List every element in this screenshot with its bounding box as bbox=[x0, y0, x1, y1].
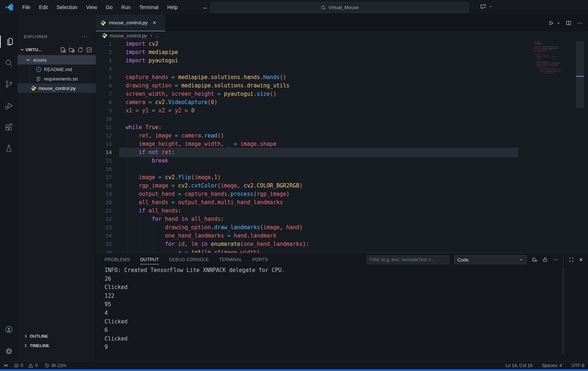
line-number: 8 bbox=[96, 98, 120, 107]
chevron-down-icon bbox=[20, 47, 25, 52]
line-number: 18 bbox=[96, 182, 120, 190]
panel-tab-debug-console[interactable]: DEBUG CONSOLE bbox=[169, 253, 209, 266]
history-clock-icon bbox=[44, 363, 49, 368]
sidebar-bottom-sections: OUTLINETIMELINE bbox=[17, 331, 96, 350]
menu-file[interactable]: File bbox=[19, 3, 34, 12]
warning-count: 0 bbox=[35, 363, 38, 368]
close-panel-icon[interactable]: × bbox=[579, 256, 583, 264]
code-editor[interactable]: 1import cv22import mediapipe3import pyau… bbox=[96, 40, 588, 253]
file-label: assets bbox=[33, 57, 47, 63]
panel-tab-problems[interactable]: PROBLEMS bbox=[105, 253, 130, 266]
run-dropdown-chevron-icon[interactable] bbox=[556, 21, 560, 25]
activity-explorer[interactable] bbox=[0, 33, 17, 50]
activity-source-control[interactable] bbox=[0, 75, 17, 92]
copilot-chat-icon[interactable] bbox=[480, 3, 487, 10]
menu-view[interactable]: View bbox=[82, 3, 101, 12]
tab-mouse-control[interactable]: mouse_control.py × bbox=[96, 15, 166, 31]
chevron-right-icon bbox=[23, 334, 28, 339]
problems-status[interactable]: 0 0 bbox=[14, 363, 38, 368]
tab-close-icon[interactable]: × bbox=[153, 20, 156, 26]
output-filter-input[interactable] bbox=[367, 255, 449, 264]
line-number: 13 bbox=[96, 140, 120, 148]
line-number: 17 bbox=[96, 173, 120, 182]
file-row-mouse_control.py[interactable]: mouse_control.py bbox=[17, 83, 96, 93]
code-line: 23 drawing_option.draw_landmarks(image, … bbox=[96, 223, 588, 232]
indentation-status[interactable]: Spaces: 4 bbox=[542, 363, 562, 368]
command-center-search[interactable]: Virtual_Mouse bbox=[211, 2, 469, 13]
line-number: 4 bbox=[96, 65, 120, 73]
extensions-icon bbox=[4, 123, 13, 132]
activity-account[interactable] bbox=[0, 321, 17, 338]
cursor-position[interactable]: Ln 14, Col 16 bbox=[506, 363, 532, 368]
minimap[interactable]: import cv2import mediapipeimport pyautog… bbox=[533, 41, 573, 121]
new-file-icon[interactable] bbox=[60, 47, 66, 53]
output-line: 9 bbox=[96, 343, 588, 352]
menu-edit[interactable]: Edit bbox=[36, 3, 52, 12]
section-timeline[interactable]: TIMELINE bbox=[17, 341, 96, 350]
explorer-more-icon[interactable]: ⋯ bbox=[82, 33, 87, 40]
scrollbar-thumb[interactable] bbox=[576, 41, 584, 108]
code-line: 17 image = cv2.flip(image,1) bbox=[96, 173, 588, 182]
breadcrumb-more[interactable]: ... bbox=[155, 33, 159, 38]
project-section-header[interactable]: VIRTU... bbox=[17, 45, 96, 54]
timer-status[interactable]: 3h 22m bbox=[44, 363, 66, 368]
taskbar-edge bbox=[0, 369, 588, 371]
tab-label: mouse_control.py bbox=[109, 20, 148, 25]
error-icon bbox=[14, 363, 19, 368]
menu-go[interactable]: Go bbox=[102, 3, 116, 12]
activity-run-debug[interactable] bbox=[0, 97, 17, 114]
menu-help[interactable]: Help bbox=[164, 3, 181, 12]
code-line: 21 if all_hands: bbox=[96, 207, 588, 215]
menu-selection[interactable]: Selection bbox=[53, 3, 81, 12]
new-folder-icon[interactable] bbox=[69, 47, 75, 53]
panel-more-icon[interactable] bbox=[553, 257, 559, 263]
output-channel-value: Code bbox=[457, 257, 469, 263]
menu-terminal[interactable]: Terminal bbox=[136, 3, 162, 12]
chevron-down-icon[interactable] bbox=[489, 4, 493, 9]
encoding-status[interactable]: UTF-8 bbox=[572, 363, 584, 368]
refresh-icon[interactable] bbox=[77, 47, 83, 53]
breadcrumb[interactable]: mouse_control.py ... bbox=[96, 31, 588, 40]
code-line: 19 output_hand = capture_hands.process(r… bbox=[96, 190, 588, 198]
panel-scrollbar[interactable] bbox=[562, 268, 564, 355]
editor-more-icon[interactable] bbox=[577, 20, 583, 26]
panel-tab-output[interactable]: OUTPUT bbox=[140, 253, 159, 266]
section-label: TIMELINE bbox=[30, 343, 49, 348]
output-line: 26 bbox=[96, 275, 588, 284]
file-row-assets[interactable]: assets bbox=[17, 55, 96, 65]
vscode-logo-icon bbox=[5, 3, 13, 12]
search-icon bbox=[4, 58, 13, 67]
output-console[interactable]: INFO: Created TensorFlow Lite XNNPACK de… bbox=[96, 266, 588, 362]
output-line: 4 bbox=[96, 309, 588, 318]
explorer-actions bbox=[60, 47, 92, 53]
activity-extensions[interactable] bbox=[0, 119, 17, 136]
line-number: 26 bbox=[96, 248, 120, 253]
breadcrumb-file[interactable]: mouse_control.py bbox=[110, 33, 147, 38]
line-number: 15 bbox=[96, 157, 120, 165]
activity-settings[interactable] bbox=[0, 343, 17, 359]
title-bar: FileEditSelectionViewGoRunTerminalHelp ←… bbox=[0, 0, 588, 15]
remote-indicator[interactable]: >< bbox=[4, 363, 7, 368]
code-line: 5capture_hands = mediapipe.solutions.han… bbox=[96, 73, 588, 82]
code-line: 1import cv2 bbox=[96, 40, 588, 48]
activity-search[interactable] bbox=[0, 54, 17, 71]
unlock-icon[interactable] bbox=[542, 257, 548, 263]
section-outline[interactable]: OUTLINE bbox=[17, 331, 96, 341]
editor-scrollbar[interactable] bbox=[576, 40, 584, 253]
line-number: 7 bbox=[96, 90, 120, 98]
maximize-panel-icon[interactable] bbox=[568, 257, 574, 263]
run-button[interactable] bbox=[548, 20, 554, 26]
code-line: 20 all_hands = output_hand.multi_hand_la… bbox=[96, 198, 588, 207]
output-channel-select[interactable]: Code bbox=[454, 255, 527, 264]
panel-tab-ports[interactable]: PORTS bbox=[252, 253, 268, 266]
activity-testing[interactable] bbox=[0, 140, 17, 157]
split-editor-icon[interactable] bbox=[565, 20, 572, 26]
menu-run[interactable]: Run bbox=[118, 3, 134, 12]
file-label: requirements.txt bbox=[44, 76, 78, 82]
collapse-all-icon[interactable] bbox=[86, 47, 92, 53]
clear-output-icon[interactable] bbox=[531, 257, 538, 263]
explorer-icon bbox=[4, 37, 13, 46]
vscode-window: FileEditSelectionViewGoRunTerminalHelp ←… bbox=[0, 0, 588, 371]
panel-tab-terminal[interactable]: TERMINAL bbox=[219, 253, 242, 266]
nav-back-icon[interactable]: ← bbox=[202, 4, 208, 11]
